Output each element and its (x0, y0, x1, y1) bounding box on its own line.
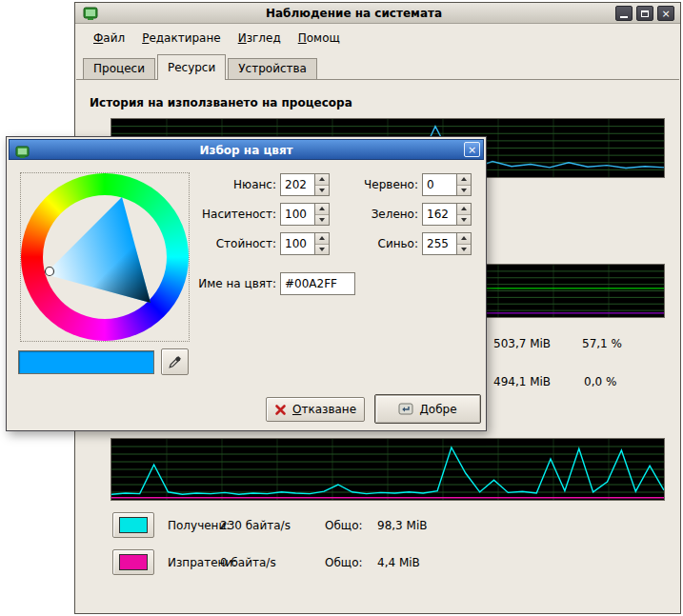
cancel-button-label: Отказване (292, 403, 356, 416)
tab-devices[interactable]: Устройства (228, 58, 317, 79)
up-arrow-icon (461, 207, 467, 210)
color-name-input[interactable] (280, 272, 355, 295)
menu-edit[interactable]: Редактиране (133, 27, 230, 50)
selected-color-preview (18, 350, 154, 374)
sent-color-swatch (119, 554, 148, 570)
red-decrement-button[interactable] (457, 185, 471, 196)
tab-processes[interactable]: Процеси (83, 58, 155, 79)
green-increment-button[interactable] (457, 204, 471, 214)
color-wheel-area[interactable] (20, 172, 190, 342)
tabbar: Процеси Ресурси Устройства (83, 54, 673, 79)
dialog-close-icon: × (468, 145, 476, 155)
green-label: Зелено: (311, 208, 418, 221)
received-total-label: Общо: (325, 519, 363, 532)
saturation-value-triangle[interactable] (21, 173, 191, 343)
cpu-section-title: История на използването на процесора (90, 96, 352, 109)
value-label: Стойност: (164, 237, 276, 250)
red-increment-button[interactable] (457, 174, 471, 185)
dialog-icon (15, 145, 30, 159)
sent-total: 4,4 MiB (377, 556, 420, 569)
swap-percent-value: 0,0 % (584, 375, 616, 388)
cancel-icon (274, 404, 287, 416)
menubar: Файл Редактиране Изглед Помощ (77, 25, 678, 51)
sent-rate: 0 байта/s (220, 556, 276, 569)
down-arrow-icon (461, 218, 467, 222)
received-color-button[interactable] (112, 512, 154, 538)
green-spinbutton[interactable] (422, 203, 472, 226)
main-window-title: Наблюдение на системата (104, 7, 604, 20)
app-icon (83, 6, 98, 21)
dialog-title: Избор на цвят (32, 144, 460, 157)
up-arrow-icon (461, 236, 467, 240)
main-titlebar[interactable]: Наблюдение на системата × (75, 3, 680, 24)
minimize-button[interactable] (615, 6, 633, 21)
hue-label: Нюанс: (164, 178, 276, 191)
maximize-icon (641, 10, 649, 17)
down-arrow-icon (461, 189, 467, 192)
saturation-label: Наситеност: (164, 208, 276, 221)
close-button[interactable]: × (657, 6, 674, 21)
menu-help[interactable]: Помощ (290, 27, 349, 50)
ok-button-label: Добре (419, 403, 456, 416)
received-rate: 230 байта/s (220, 519, 291, 532)
minimize-icon (620, 16, 628, 18)
blue-label: Синьо: (311, 237, 418, 250)
hue-input[interactable] (281, 174, 314, 195)
down-arrow-icon (461, 248, 467, 251)
red-label: Червено: (311, 178, 418, 191)
dialog-titlebar[interactable]: Избор на цвят × (9, 139, 484, 160)
eyedropper-button[interactable] (161, 348, 189, 375)
received-total: 98,3 MiB (377, 519, 427, 532)
blue-input[interactable] (423, 233, 456, 254)
up-arrow-icon (461, 177, 467, 181)
swap-total-value: 494,1 MiB (493, 375, 551, 388)
memory-total-value: 503,7 MiB (493, 337, 551, 350)
dialog-close-button[interactable]: × (464, 142, 480, 157)
sv-selector[interactable] (46, 268, 54, 276)
maximize-button[interactable] (636, 6, 653, 21)
received-color-swatch (119, 517, 148, 533)
memory-percent-value: 57,1 % (582, 337, 622, 350)
ok-icon (398, 403, 413, 416)
value-input[interactable] (281, 233, 314, 254)
close-icon: × (661, 9, 670, 19)
tab-resources[interactable]: Ресурси (157, 54, 226, 80)
ok-button[interactable]: Добре (374, 394, 481, 424)
sent-total-label: Общо: (325, 556, 363, 569)
menu-file[interactable]: Файл (85, 27, 133, 50)
saturation-input[interactable] (281, 204, 314, 225)
color-picker-dialog: Избор на цвят × (6, 136, 487, 431)
blue-spinbutton[interactable] (422, 232, 472, 255)
blue-increment-button[interactable] (457, 233, 471, 244)
green-input[interactable] (423, 204, 456, 225)
red-input[interactable] (423, 174, 456, 195)
blue-decrement-button[interactable] (457, 244, 471, 255)
network-history-chart (110, 438, 665, 501)
eyedropper-icon (168, 355, 182, 369)
sent-color-button[interactable] (112, 549, 154, 575)
cancel-button[interactable]: Отказване (266, 397, 365, 422)
color-name-label: Име на цвят: (159, 277, 276, 290)
red-spinbutton[interactable] (422, 173, 472, 196)
menu-view[interactable]: Изглед (230, 27, 290, 50)
green-decrement-button[interactable] (457, 214, 471, 226)
